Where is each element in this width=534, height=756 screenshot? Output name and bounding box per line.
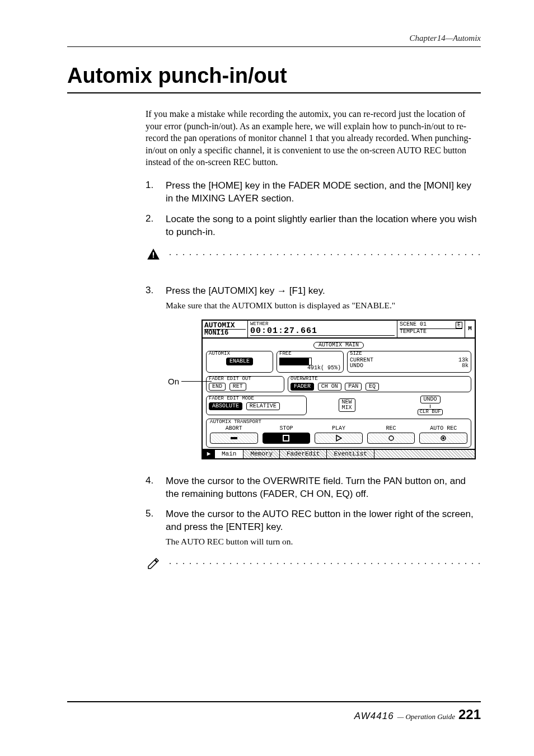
template-label: TEMPLATE — [400, 329, 462, 335]
step-5-text: Move the cursor to the AUTO REC button i… — [166, 508, 481, 534]
dot-leader-2 — [167, 563, 481, 564]
scene-label: SCENE 01 — [400, 322, 427, 328]
product-logo: AW4416 — [354, 711, 394, 722]
step-3-sub: Make sure that the AUTOMIX button is dis… — [166, 300, 395, 312]
rec-label: REC — [367, 426, 415, 431]
absolute-button[interactable]: ABSOLUTE — [209, 402, 242, 410]
svg-point-4 — [389, 436, 394, 440]
autorec-label: AUTO REC — [419, 426, 467, 431]
step-4-text: Move the cursor to the OVERWRITE field. … — [166, 475, 481, 501]
step-4-num: 4. — [146, 475, 159, 501]
stop-button[interactable] — [263, 433, 311, 444]
pencil-icon — [146, 556, 161, 571]
enable-button[interactable]: ENABLE — [226, 358, 253, 365]
step-2: 2. Locate the song to a point slightly e… — [146, 213, 481, 239]
size-field-label: SIZE — [350, 351, 469, 356]
rec-button[interactable] — [367, 433, 415, 444]
play-label: PLAY — [315, 426, 363, 431]
tab-arrow-icon[interactable]: ▶ — [203, 450, 215, 458]
step-1: 1. Press the [HOME] key in the FADER MOD… — [146, 180, 481, 205]
step-1-num: 1. — [146, 180, 159, 205]
undo-label: UNDO — [350, 363, 363, 369]
step-3-num: 3. — [146, 285, 159, 312]
fader-edit-mode-label: FADER EDIT MODE — [209, 396, 304, 401]
dot-leader — [167, 254, 481, 255]
tab-main[interactable]: Main — [215, 450, 243, 458]
step-3-text: Press the [AUTOMIX] key → [F1] key. — [166, 285, 395, 298]
end-button[interactable]: END — [209, 383, 226, 391]
chapter-header: Chapter14—Automix — [67, 34, 481, 47]
eq-button[interactable]: EQ — [366, 383, 379, 391]
screen-title-automix: AUTOMIX — [204, 322, 246, 330]
intro-paragraph: If you make a mistake while recording th… — [146, 108, 481, 168]
step-2-text: Locate the song to a point slightly earl… — [166, 213, 481, 239]
abort-label: ABORT — [210, 426, 258, 431]
chon-button[interactable]: CH ON — [318, 383, 341, 391]
lcd-screenshot: On AUTOMIX MONI16 WETHER 00:01:27.661 SC… — [202, 320, 476, 459]
abort-button[interactable] — [210, 433, 258, 444]
step-1-text: Press the [HOME] key in the FADER MODE s… — [166, 180, 481, 205]
undo-value: 8k — [462, 363, 469, 369]
fader-button[interactable]: FADER — [291, 383, 314, 391]
free-field-label: FREE — [279, 351, 341, 356]
tip-note-row — [146, 556, 481, 571]
step-3: 3. Press the [AUTOMIX] key → [F1] key. M… — [146, 285, 481, 312]
svg-rect-0 — [153, 252, 154, 256]
footer-guide: — Operation Guide — [397, 712, 455, 721]
automix-transport-label: AUTOMIX TRANSPORT — [210, 420, 467, 425]
warning-note-row — [146, 247, 481, 262]
relative-button[interactable]: RELATIVE — [246, 402, 280, 410]
svg-point-6 — [442, 437, 444, 439]
step-5: 5. Move the cursor to the AUTO REC butto… — [146, 508, 481, 548]
clr-buf-button[interactable]: CLR BUF — [418, 409, 443, 415]
step-2-num: 2. — [146, 213, 159, 239]
step-5-num: 5. — [146, 508, 159, 548]
page-number: 221 — [458, 707, 481, 722]
play-button[interactable] — [315, 433, 363, 444]
ret-button[interactable]: RET — [229, 383, 246, 391]
undo-button[interactable]: UNDO — [420, 396, 441, 403]
page-title: Automix punch-in/out — [67, 64, 481, 93]
overwrite-label: OVERWRITE — [291, 377, 469, 382]
pan-button[interactable]: PAN — [345, 383, 362, 391]
page-footer: AW4416 — Operation Guide 221 — [67, 701, 481, 722]
timecode: 00:01:27.661 — [250, 327, 395, 336]
tab-eventlist[interactable]: EventList — [327, 450, 374, 458]
automix-field-label: AUTOMIX — [209, 351, 270, 356]
section-automix-main: AUTOMIX MAIN — [313, 342, 364, 349]
svg-rect-3 — [283, 435, 289, 441]
tab-memory[interactable]: Memory — [243, 450, 280, 458]
tab-faderedit[interactable]: FaderEdit — [280, 450, 327, 458]
fader-edit-out-label: FADER EDIT OUT — [209, 377, 282, 382]
stop-label: STOP — [263, 426, 311, 431]
svg-rect-2 — [231, 437, 237, 439]
free-value: 491k( 95%) — [279, 365, 341, 371]
m-indicator: M — [465, 321, 475, 337]
svg-rect-1 — [153, 256, 154, 257]
newmix-button[interactable]: NEW MIX — [339, 398, 355, 412]
scene-e: E — [456, 322, 462, 328]
screen-title-moni: MONI16 — [204, 330, 246, 336]
step-4: 4. Move the cursor to the OVERWRITE fiel… — [146, 475, 481, 501]
on-annotation: On — [168, 377, 179, 386]
warning-icon — [146, 247, 161, 262]
step-5-sub: The AUTO REC button will turn on. — [166, 536, 481, 548]
autorec-button[interactable] — [419, 433, 467, 444]
